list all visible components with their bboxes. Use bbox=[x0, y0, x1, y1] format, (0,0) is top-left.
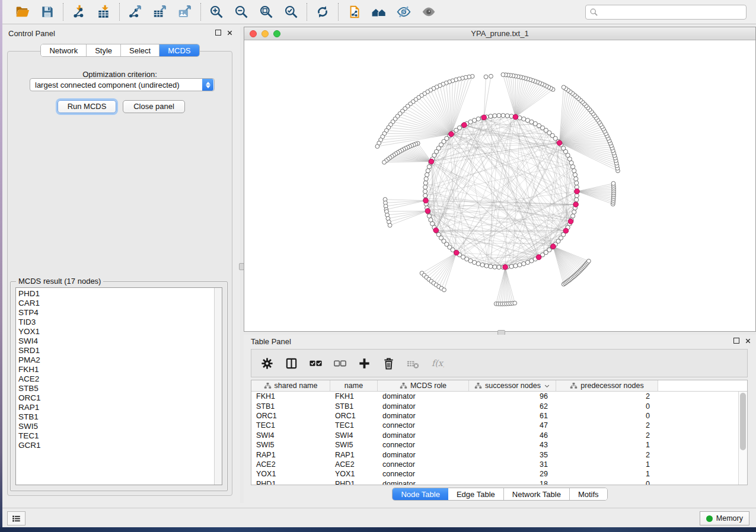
add-entry-button[interactable] bbox=[357, 356, 371, 370]
table-cell[interactable]: STB1 bbox=[330, 402, 378, 411]
mcds-result-item[interactable]: FKH1 bbox=[16, 365, 222, 374]
table-cell[interactable]: 29 bbox=[469, 470, 556, 478]
table-cell[interactable]: 2 bbox=[556, 421, 658, 430]
task-history-button[interactable] bbox=[7, 511, 25, 525]
table-cell[interactable]: 1 bbox=[556, 460, 658, 469]
table-cell[interactable]: TEC1 bbox=[330, 421, 378, 430]
mcds-result-item[interactable]: RAP1 bbox=[16, 403, 222, 412]
delete-table-button[interactable] bbox=[406, 356, 420, 370]
share-document-button[interactable] bbox=[346, 4, 362, 20]
table-cell[interactable]: dominator bbox=[378, 480, 469, 485]
run-mcds-button[interactable]: Run MCDS bbox=[58, 100, 116, 113]
table-cell[interactable]: dominator bbox=[378, 402, 469, 411]
table-cell[interactable]: 18 bbox=[469, 480, 556, 485]
table-cell[interactable]: FKH1 bbox=[251, 392, 330, 400]
mcds-result-item[interactable]: SRD1 bbox=[16, 346, 222, 355]
table-cell[interactable]: YOX1 bbox=[330, 470, 378, 478]
table-scrollbar-thumb[interactable] bbox=[740, 393, 746, 450]
table-cell[interactable]: 2 bbox=[556, 431, 658, 440]
table-cell[interactable]: RAP1 bbox=[330, 451, 378, 459]
mcds-result-item[interactable]: STB1 bbox=[16, 412, 222, 422]
table-row[interactable]: FKH1FKH1dominator962 bbox=[251, 392, 738, 401]
table-cell[interactable]: ACE2 bbox=[251, 460, 330, 469]
mcds-result-item[interactable]: SWI5 bbox=[16, 422, 222, 431]
table-row[interactable]: PHD1PHD1dominator180 bbox=[251, 479, 738, 485]
network-home-button[interactable] bbox=[371, 4, 387, 20]
table-cell[interactable]: 31 bbox=[469, 460, 556, 469]
close-panel-button[interactable]: Close panel bbox=[123, 100, 185, 113]
function-builder-button[interactable]: f(x) bbox=[430, 356, 444, 370]
table-scrollbar[interactable] bbox=[738, 392, 747, 485]
import-table-button[interactable] bbox=[95, 4, 112, 20]
table-cell[interactable]: 62 bbox=[469, 402, 556, 411]
table-cell[interactable]: dominator bbox=[378, 392, 469, 400]
network-canvas[interactable] bbox=[244, 40, 755, 331]
memory-button[interactable]: Memory bbox=[700, 511, 749, 525]
table-cell[interactable]: 61 bbox=[469, 412, 556, 420]
show-graphics-button[interactable] bbox=[420, 4, 437, 20]
table-row[interactable]: RAP1RAP1dominator352 bbox=[251, 450, 738, 459]
column-header-shared-name[interactable]: shared name bbox=[251, 380, 330, 391]
table-cell[interactable]: dominator bbox=[378, 412, 469, 420]
save-button[interactable] bbox=[39, 4, 56, 20]
mcds-result-item[interactable]: TEC1 bbox=[16, 431, 222, 441]
close-panel-icon[interactable] bbox=[227, 29, 233, 36]
mcds-result-item[interactable]: TID3 bbox=[16, 318, 222, 327]
tab-mcds[interactable]: MCDS bbox=[160, 44, 199, 56]
chevron-down-icon[interactable] bbox=[544, 383, 550, 389]
table-cell[interactable]: 1 bbox=[556, 470, 658, 478]
table-cell[interactable]: SWI5 bbox=[251, 441, 330, 449]
table-cell[interactable]: 0 bbox=[556, 480, 658, 485]
zoom-fit-button[interactable] bbox=[258, 4, 275, 20]
settings-gear-button[interactable] bbox=[260, 356, 274, 370]
table-cell[interactable]: ACE2 bbox=[330, 460, 378, 469]
tab-select[interactable]: Select bbox=[121, 44, 160, 56]
mcds-result-item[interactable]: ACE2 bbox=[16, 374, 222, 384]
zoom-in-button[interactable] bbox=[208, 4, 225, 20]
mcds-result-item[interactable]: SWI4 bbox=[16, 336, 222, 346]
mcds-result-item[interactable]: ORC1 bbox=[16, 393, 222, 403]
table-cell[interactable]: 35 bbox=[469, 451, 556, 459]
tab-style[interactable]: Style bbox=[87, 44, 121, 56]
table-cell[interactable]: 0 bbox=[556, 412, 658, 420]
table-cell[interactable]: PHD1 bbox=[330, 480, 378, 485]
open-button[interactable] bbox=[14, 4, 31, 20]
tab-edge-table[interactable]: Edge Table bbox=[448, 488, 504, 500]
tab-node-table[interactable]: Node Table bbox=[393, 488, 448, 500]
table-cell[interactable]: 1 bbox=[556, 441, 658, 449]
table-cell[interactable]: 46 bbox=[469, 431, 556, 440]
table-cell[interactable]: connector bbox=[378, 470, 469, 478]
table-row[interactable]: TEC1TEC1connector472 bbox=[251, 421, 738, 430]
table-cell[interactable]: 96 bbox=[469, 392, 556, 400]
float-window-icon[interactable] bbox=[215, 30, 221, 36]
table-cell[interactable]: 2 bbox=[556, 451, 658, 459]
mcds-result-item[interactable]: STP4 bbox=[16, 308, 222, 318]
table-cell[interactable]: YOX1 bbox=[251, 470, 330, 478]
search-box[interactable] bbox=[585, 5, 747, 20]
mcds-result-item[interactable]: STB5 bbox=[16, 384, 222, 393]
deselect-all-button[interactable] bbox=[333, 356, 347, 370]
mcds-result-item[interactable]: PMA2 bbox=[16, 355, 222, 365]
table-cell[interactable]: dominator bbox=[378, 451, 469, 459]
mcds-result-item[interactable]: YOX1 bbox=[16, 327, 222, 336]
show-columns-button[interactable] bbox=[284, 356, 298, 370]
export-image-button[interactable] bbox=[177, 4, 193, 20]
column-header-name[interactable]: name bbox=[330, 380, 378, 391]
network-window-titlebar[interactable]: YPA_prune.txt_1 bbox=[244, 27, 755, 40]
mcds-result-item[interactable]: GCR1 bbox=[16, 441, 222, 450]
table-cell[interactable]: connector bbox=[378, 441, 469, 449]
refresh-layout-button[interactable] bbox=[314, 4, 331, 20]
table-cell[interactable]: 2 bbox=[556, 392, 658, 400]
table-cell[interactable]: connector bbox=[378, 460, 469, 469]
select-all-button[interactable] bbox=[308, 356, 323, 370]
column-header-MCDS-role[interactable]: MCDS role bbox=[378, 380, 469, 391]
table-cell[interactable]: connector bbox=[378, 421, 469, 430]
import-network-button[interactable] bbox=[71, 4, 87, 20]
table-cell[interactable]: ORC1 bbox=[251, 412, 330, 420]
table-row[interactable]: ACE2ACE2connector311 bbox=[251, 460, 738, 469]
close-table-panel-icon[interactable] bbox=[745, 337, 751, 344]
column-header-predecessor-nodes[interactable]: predecessor nodes bbox=[556, 380, 658, 391]
table-cell[interactable]: SWI4 bbox=[251, 431, 330, 440]
table-cell[interactable]: dominator bbox=[378, 431, 469, 440]
table-cell[interactable]: RAP1 bbox=[251, 451, 330, 459]
